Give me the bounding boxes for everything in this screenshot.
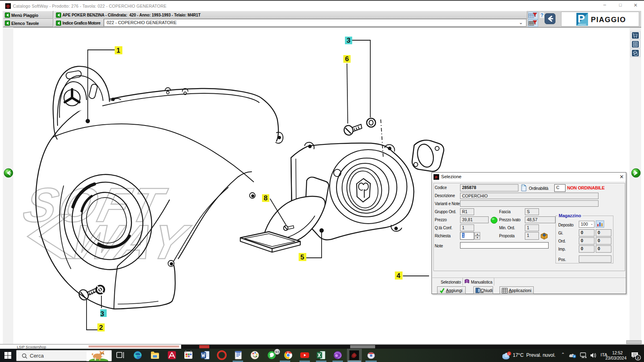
svg-text:1: 1	[508, 352, 510, 355]
svg-text:8: 8	[264, 194, 267, 202]
svg-text:3: 3	[347, 37, 350, 44]
svg-text:WAY: WAY	[66, 215, 195, 269]
svg-text:6: 6	[345, 55, 349, 63]
svg-text:1: 1	[116, 47, 120, 54]
svg-text:3: 3	[100, 310, 104, 318]
svg-text:P: P	[578, 13, 585, 25]
svg-text:4: 4	[396, 272, 400, 280]
svg-text:2: 2	[99, 324, 103, 331]
svg-text:PIAGGIO: PIAGGIO	[578, 24, 586, 26]
svg-text:2: 2	[637, 356, 639, 360]
svg-text:5: 5	[300, 253, 304, 261]
